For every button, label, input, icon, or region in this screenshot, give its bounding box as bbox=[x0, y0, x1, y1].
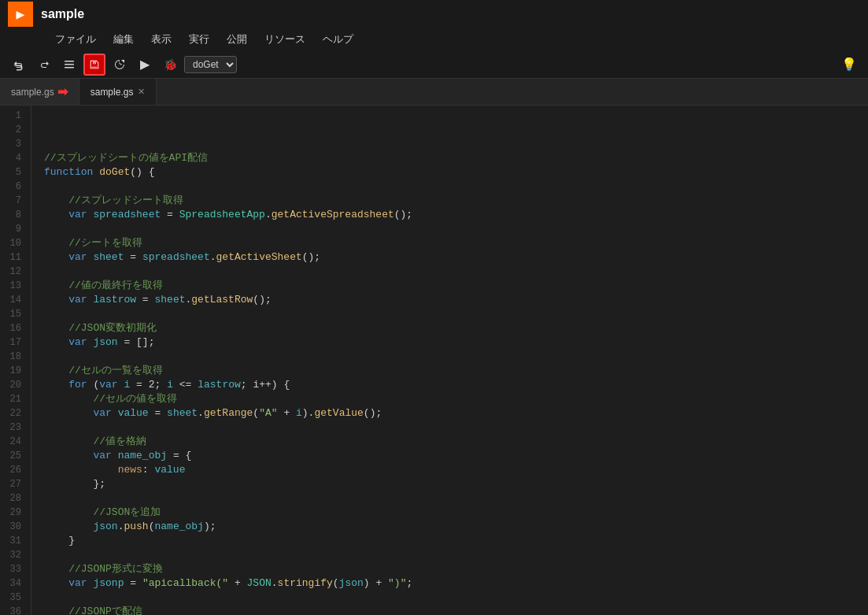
code-line: var name_obj = { bbox=[44, 449, 868, 463]
code-line: ​ bbox=[44, 137, 868, 151]
line-number: 6 bbox=[0, 180, 24, 194]
code-line: var value = sheet.getRange("A" + i).getV… bbox=[44, 406, 868, 420]
line-number: 27 bbox=[0, 477, 24, 491]
line-number: 34 bbox=[0, 576, 24, 591]
redo-button[interactable] bbox=[33, 54, 55, 76]
line-number: 24 bbox=[0, 435, 24, 449]
line-number: 14 bbox=[0, 293, 24, 307]
line-number: 21 bbox=[0, 392, 24, 406]
code-line: //JSONを追加 bbox=[44, 506, 868, 520]
code-line: //スプレッドシート取得 bbox=[44, 194, 868, 208]
code-line: function doGet() { bbox=[44, 165, 868, 180]
line-number: 33 bbox=[0, 562, 24, 576]
save-button[interactable] bbox=[83, 54, 105, 76]
line-number: 7 bbox=[0, 194, 24, 208]
line-number: 8 bbox=[0, 208, 24, 222]
code-line: ​ bbox=[44, 350, 868, 364]
line-number: 30 bbox=[0, 520, 24, 534]
line-number: 15 bbox=[0, 307, 24, 321]
svg-rect-0 bbox=[65, 61, 74, 62]
line-number: 19 bbox=[0, 364, 24, 378]
line-number: 18 bbox=[0, 350, 24, 364]
line-number: 4 bbox=[0, 151, 24, 165]
toolbar: ▶ 🐞 doGet 💡 bbox=[0, 50, 868, 79]
menu-run[interactable]: 実行 bbox=[181, 30, 217, 49]
code-line: ​ bbox=[44, 307, 868, 321]
code-line: var spreadsheet = SpreadsheetApp.getActi… bbox=[44, 208, 868, 222]
code-line: //JSON変数初期化 bbox=[44, 321, 868, 335]
line-number: 26 bbox=[0, 463, 24, 477]
code-line: //値の最終行を取得 bbox=[44, 279, 868, 293]
code-line: //セルの値を取得 bbox=[44, 392, 868, 406]
code-line: var sheet = spreadsheet.getActiveSheet()… bbox=[44, 250, 868, 265]
editor-area: 1234567891011121314151617181920212223242… bbox=[0, 106, 868, 615]
line-number: 2 bbox=[0, 123, 24, 137]
line-number: 3 bbox=[0, 137, 24, 151]
menu-file[interactable]: ファイル bbox=[47, 30, 104, 49]
line-number: 25 bbox=[0, 449, 24, 463]
code-line: ​ bbox=[44, 265, 868, 279]
menu-publish[interactable]: 公開 bbox=[219, 30, 255, 49]
code-line: //値を格納 bbox=[44, 435, 868, 449]
line-number: 29 bbox=[0, 506, 24, 520]
history-button[interactable] bbox=[109, 54, 131, 76]
line-number: 22 bbox=[0, 406, 24, 420]
line-number: 1 bbox=[0, 109, 24, 123]
function-select[interactable]: doGet bbox=[184, 56, 237, 73]
line-number: 16 bbox=[0, 321, 24, 335]
code-line: //JSONP形式に変換 bbox=[44, 562, 868, 576]
line-numbers: 1234567891011121314151617181920212223242… bbox=[0, 106, 31, 615]
tabs-row: sample.gs ➡ sample.gs ✕ bbox=[0, 79, 868, 106]
line-number: 31 bbox=[0, 534, 24, 548]
close-tab-button[interactable]: ✕ bbox=[138, 87, 145, 97]
app-title: sample bbox=[41, 7, 84, 21]
list-button[interactable] bbox=[58, 54, 80, 76]
title-bar: ▶ sample bbox=[0, 0, 868, 28]
arrow-indicator: ➡ bbox=[57, 84, 68, 99]
line-number: 9 bbox=[0, 222, 24, 236]
menu-help[interactable]: ヘルプ bbox=[315, 30, 361, 49]
code-line: news: value bbox=[44, 463, 868, 477]
line-number: 23 bbox=[0, 420, 24, 435]
line-number: 11 bbox=[0, 250, 24, 265]
code-line: ​ bbox=[44, 491, 868, 506]
line-number: 28 bbox=[0, 491, 24, 506]
active-file-tab[interactable]: sample.gs ✕ bbox=[79, 79, 157, 105]
line-number: 32 bbox=[0, 548, 24, 562]
bulb-button[interactable]: 💡 bbox=[838, 54, 860, 76]
menu-view[interactable]: 表示 bbox=[143, 30, 179, 49]
code-line: } bbox=[44, 534, 868, 548]
undo-button[interactable] bbox=[8, 54, 30, 76]
svg-rect-1 bbox=[65, 64, 74, 65]
code-line: //セルの一覧を取得 bbox=[44, 364, 868, 378]
code-line: ​ bbox=[44, 591, 868, 605]
run-button[interactable]: ▶ bbox=[134, 54, 156, 76]
code-line: var lastrow = sheet.getLastRow(); bbox=[44, 293, 868, 307]
code-line: json.push(name_obj); bbox=[44, 520, 868, 534]
code-line: //JSONPで配信 bbox=[44, 605, 868, 615]
code-line: }; bbox=[44, 477, 868, 491]
line-number: 35 bbox=[0, 591, 24, 605]
code-line: ​ bbox=[44, 180, 868, 194]
line-number: 13 bbox=[0, 279, 24, 293]
app-logo: ▶ bbox=[8, 2, 33, 27]
line-number: 10 bbox=[0, 236, 24, 250]
menu-edit[interactable]: 編集 bbox=[105, 30, 142, 49]
menu-bar: ファイル 編集 表示 実行 公開 リソース ヘルプ bbox=[0, 28, 868, 50]
menu-resources[interactable]: リソース bbox=[257, 30, 313, 49]
sidebar-file-tab[interactable]: sample.gs ➡ bbox=[0, 79, 79, 105]
line-number: 36 bbox=[0, 605, 24, 615]
svg-rect-2 bbox=[65, 67, 74, 69]
code-line: var jsonp = "apicallback(" + JSON.string… bbox=[44, 576, 868, 591]
code-line: ​ bbox=[44, 548, 868, 562]
line-number: 17 bbox=[0, 335, 24, 350]
code-line: //スプレッドシートの値をAPI配信 bbox=[44, 151, 868, 165]
line-number: 5 bbox=[0, 165, 24, 180]
code-editor[interactable]: ​//スプレッドシートの値をAPI配信function doGet() {​ /… bbox=[31, 106, 868, 615]
code-line: for (var i = 2; i <= lastrow; i++) { bbox=[44, 378, 868, 392]
line-number: 12 bbox=[0, 265, 24, 279]
code-line: //シートを取得 bbox=[44, 236, 868, 250]
code-line: ​ bbox=[44, 420, 868, 435]
debug-button[interactable]: 🐞 bbox=[159, 54, 181, 76]
code-line: var json = []; bbox=[44, 335, 868, 350]
